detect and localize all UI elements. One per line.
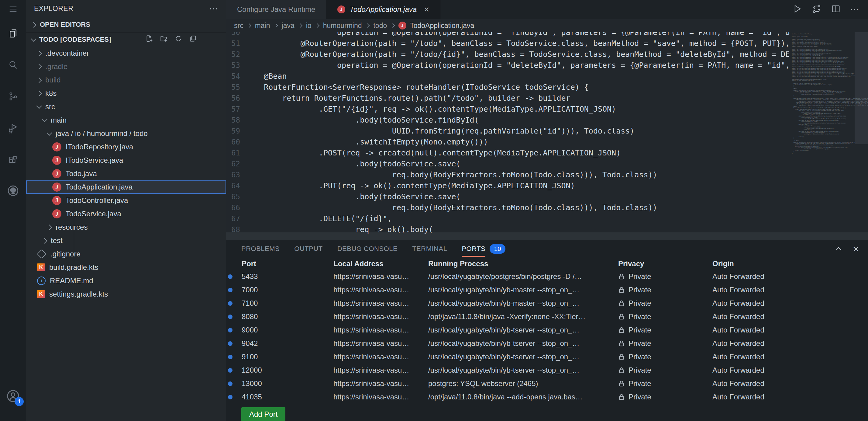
local-address[interactable]: https://srinivasa-vasu…	[333, 326, 428, 334]
minimap[interactable]: package io.humourmind.todo; import java.…	[789, 32, 855, 240]
tree-item-build[interactable]: build	[26, 73, 226, 87]
run-icon[interactable]	[792, 4, 802, 15]
local-address[interactable]: https://srinivasa-vasu…	[333, 366, 428, 374]
compare-changes-icon[interactable]	[811, 4, 822, 15]
tree-item-test[interactable]: test	[26, 234, 226, 247]
tab-output[interactable]: OUTPUT	[287, 240, 330, 258]
minimap-content: package io.humourmind.todo; import java.…	[792, 33, 855, 154]
origin: Auto Forwarded	[712, 339, 868, 348]
tree-item-itodoservice[interactable]: ITodoService.java	[26, 153, 226, 167]
code-editor[interactable]: 50 operation = @Operation(operationId = …	[226, 32, 868, 240]
port-row[interactable]: 9100 https://srinivasa-vasu… /usr/local/…	[226, 350, 868, 364]
close-panel-icon[interactable]: ×	[853, 244, 859, 254]
port-row[interactable]: 7100 https://srinivasa-vasu… /usr/local/…	[226, 297, 868, 310]
close-tab-icon[interactable]: ×	[424, 4, 429, 15]
tree-item-resources[interactable]: resources	[26, 221, 226, 234]
port-row[interactable]: 8080 https://srinivasa-vasu… /opt/java/1…	[226, 310, 868, 324]
collapse-all-icon[interactable]	[189, 35, 197, 45]
explorer-more-actions-icon[interactable]: ⋯	[209, 5, 218, 11]
add-port-button[interactable]: Add Port	[241, 407, 285, 421]
lock-icon	[618, 327, 625, 334]
chevron-right-icon	[31, 22, 36, 27]
port-row[interactable]: 41035 https://srinivasa-vasu… /opt/java/…	[226, 390, 868, 404]
new-folder-icon[interactable]	[160, 35, 168, 45]
tree-item-main[interactable]: main	[26, 113, 226, 127]
project-root-row[interactable]: TODO [CODESPACES]	[26, 32, 226, 47]
running-process: /opt/java/11.0.8/bin/java -Xverify:none …	[428, 312, 618, 321]
lock-icon	[618, 300, 625, 307]
tree-item-todo[interactable]: Todo.java	[26, 167, 226, 180]
local-address[interactable]: https://srinivasa-vasu…	[333, 379, 428, 388]
tree-item-settings-gradle[interactable]: settings.gradle.kts	[26, 287, 226, 301]
breadcrumb-item[interactable]: humourmind	[323, 22, 362, 30]
chevron-right-icon	[46, 224, 52, 230]
tab-label: TodoApplication.java	[349, 5, 417, 14]
running-process: /usr/local/yugabyte/bin/yb-tserver --sto…	[428, 326, 618, 334]
port-row[interactable]: 5433 https://srinivasa-vasu… /usr/local/…	[226, 270, 868, 283]
github-icon[interactable]	[5, 183, 21, 199]
local-address[interactable]: https://srinivasa-vasu…	[333, 312, 428, 321]
breadcrumb-separator-icon	[298, 23, 302, 28]
tree-item-todoservice[interactable]: TodoService.java	[26, 207, 226, 221]
tab-terminal[interactable]: TERMINAL	[405, 240, 454, 258]
tree-item-itodorepository[interactable]: ITodoRepository.java	[26, 140, 226, 153]
git-file-icon	[37, 249, 46, 258]
more-actions-icon[interactable]: ⋯	[850, 4, 860, 15]
split-editor-icon[interactable]	[831, 4, 841, 15]
new-file-icon[interactable]	[145, 35, 153, 45]
breadcrumb-item[interactable]: main	[255, 22, 270, 30]
port-row[interactable]: 12000 https://srinivasa-vasu… /usr/local…	[226, 364, 868, 377]
tree-item-src[interactable]: src	[26, 100, 226, 113]
menu-icon[interactable]	[5, 1, 21, 17]
tab-todoapplication[interactable]: TodoApplication.java ×	[327, 0, 440, 19]
breadcrumb-item[interactable]: io	[306, 22, 312, 30]
horizontal-scrollbar[interactable]	[226, 232, 868, 240]
account-icon[interactable]: 1	[5, 388, 21, 404]
local-address[interactable]: https://srinivasa-vasu…	[333, 339, 428, 348]
search-icon[interactable]	[5, 57, 21, 73]
local-address[interactable]: https://srinivasa-vasu…	[333, 299, 428, 308]
tab-configure-java-runtime[interactable]: Configure Java Runtime	[226, 0, 327, 19]
port-row[interactable]: 9042 https://srinivasa-vasu… /usr/local/…	[226, 337, 868, 350]
extensions-icon[interactable]	[5, 152, 21, 168]
ports-view: Port Local Address Running Process Priva…	[226, 258, 868, 421]
tab-ports[interactable]: PORTS 10	[454, 240, 513, 258]
code-line: 57 .GET("/{id}", req -> ok().contentType…	[226, 104, 868, 115]
breadcrumb-item[interactable]: src	[234, 22, 243, 30]
run-debug-icon[interactable]	[5, 120, 21, 136]
lock-icon	[618, 367, 625, 374]
tree-item-k8s[interactable]: k8s	[26, 87, 226, 100]
code-line: 56 return RouterFunctions.route().path("…	[226, 93, 868, 104]
tab-debug-console[interactable]: DEBUG CONSOLE	[330, 240, 405, 258]
tree-item-build-gradle[interactable]: build.gradle.kts	[26, 261, 226, 274]
maximize-panel-icon[interactable]	[836, 247, 841, 252]
breadcrumb-file[interactable]: TodoApplication.java	[410, 22, 474, 30]
refresh-icon[interactable]	[175, 35, 182, 45]
code-line: 54 @Bean	[226, 71, 868, 82]
port-row[interactable]: 7000 https://srinivasa-vasu… /usr/local/…	[226, 283, 868, 297]
tree-item-todocontroller[interactable]: TodoController.java	[26, 194, 226, 207]
vertical-scrollbar[interactable]	[855, 32, 868, 144]
code-line: 50 operation = @Operation(operationId = …	[226, 32, 868, 38]
tree-item-devcontainer[interactable]: .devcontainer	[26, 47, 226, 60]
running-process: postgres: YSQL webserver (2465)	[428, 379, 618, 388]
tab-problems[interactable]: PROBLEMS	[234, 240, 287, 258]
tree-item-readme[interactable]: README.md	[26, 274, 226, 287]
tree-item-gradle[interactable]: .gradle	[26, 60, 226, 73]
local-address[interactable]: https://srinivasa-vasu…	[333, 393, 428, 401]
source-control-icon[interactable]	[5, 88, 21, 104]
local-address[interactable]: https://srinivasa-vasu…	[333, 353, 428, 361]
port-row[interactable]: 9000 https://srinivasa-vasu… /usr/local/…	[226, 324, 868, 337]
explorer-icon[interactable]	[5, 26, 21, 41]
breadcrumb-item[interactable]: java	[282, 22, 294, 30]
local-address[interactable]: https://srinivasa-vasu…	[333, 286, 428, 294]
tree-item-todoapplication-selected[interactable]: TodoApplication.java	[26, 180, 226, 194]
breadcrumb-item[interactable]: todo	[373, 22, 387, 30]
chevron-right-icon	[36, 51, 42, 56]
tree-item-gitignore[interactable]: .gitignore	[26, 247, 226, 261]
port-dot-icon	[228, 368, 232, 373]
local-address[interactable]: https://srinivasa-vasu…	[333, 272, 428, 281]
port-row[interactable]: 13000 https://srinivasa-vasu… postgres: …	[226, 377, 868, 390]
open-editors-section[interactable]: OPEN EDITORS	[26, 17, 226, 32]
tree-item-package[interactable]: java / io / humourmind / todo	[26, 127, 226, 140]
